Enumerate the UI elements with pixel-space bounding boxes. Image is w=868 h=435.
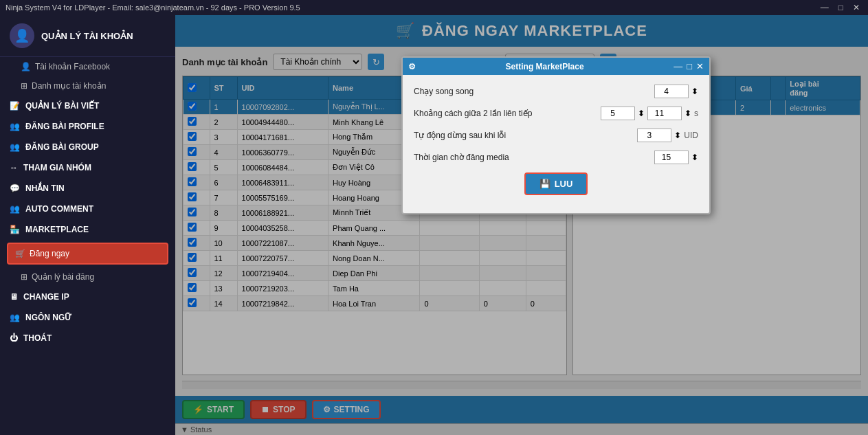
sidebar-item-label: THOÁT [23,333,52,343]
modal-row-media-wait: Thời gian chờ đăng media ⬍ [414,150,698,164]
modal-close-button[interactable]: ✕ [696,61,704,71]
auto-stop-value-input[interactable] [637,129,671,142]
message-icon: 💬 [10,183,20,193]
marketplace-icon: 🏪 [10,225,20,234]
close-button[interactable]: ✕ [850,3,863,12]
sidebar-item-label: MARKETPLACE [25,225,89,234]
sidebar-item-label: QUẢN LÝ BÀI VIẾT [25,101,99,111]
users-icon: 👥 [10,122,20,131]
interval-unit: s [694,109,698,118]
modal-row-parallel: Chạy song song ⬍ [414,85,698,98]
modal-title: Setting MarketPlace [506,62,584,71]
sidebar-item-join-group[interactable]: ↔ THAM GIA NHÓM [0,157,175,178]
media-wait-input-group: ⬍ [654,150,698,164]
auto-stop-input-group: ⬍ UID [637,129,698,142]
join-icon: ↔ [10,163,18,172]
sidebar-item-post-now[interactable]: 🛒 Đăng ngay [7,243,168,265]
auto-stop-unit: UID [684,131,698,140]
media-wait-arrows: ⬍ [691,153,698,162]
sidebar-logo[interactable]: 👤 QUẢN LÝ TÀI KHOẢN [0,15,175,57]
modal-minimize-button[interactable]: — [674,61,682,71]
sidebar-item-message[interactable]: 💬 NHẮN TIN [0,178,175,199]
account-icon: 👤 [10,23,34,48]
sidebar-item-label: ĐĂNG BÀI PROFILE [25,122,104,131]
main-content: 🛒 ĐĂNG NGAY MARKETPLACE Danh mục tài kho… [175,15,868,435]
grid2-icon: ⊞ [21,272,27,282]
sidebar-item-label: NGÔN NGỮ [25,313,71,322]
sidebar-item-label: AUTO COMMENT [25,204,93,214]
sidebar-item-label: CHANGE IP [23,292,69,302]
comment-icon: 👥 [10,204,20,214]
title-bar-text: Ninja System V4 for LDPlayer - Email: sa… [5,3,300,12]
sidebar-item-language[interactable]: 👥 NGÔN NGỮ [0,307,175,328]
auto-stop-label: Tự động dừng sau khi lỗi [414,131,632,140]
interval-input-group: ⬍ ⬍ s [601,107,698,120]
interval-value2-input[interactable] [647,107,682,120]
minimize-button[interactable]: — [818,3,832,12]
interval-label: Khoảng cách giữa 2 lần liên tiếp [414,109,595,118]
sidebar-item-marketplace[interactable]: 🏪 MARKETPLACE [0,219,175,240]
modal-overlay: ⚙ Setting MarketPlace — □ ✕ Chạy song so… [175,15,868,435]
modal-row-interval: Khoảng cách giữa 2 lần liên tiếp ⬍ ⬍ s [414,107,698,120]
sidebar-item-manage-posts-mk[interactable]: ⊞ Quản lý bài đăng [0,267,175,287]
modal-body: Chạy song song ⬍ Khoảng cách giữa 2 lần … [403,75,709,213]
app-container: 👤 QUẢN LÝ TÀI KHOẢN 👤 Tài khoản Facebook… [0,15,868,435]
power-icon: ⏻ [10,333,18,343]
sidebar-item-exit[interactable]: ⏻ THOÁT [0,328,175,348]
title-bar: Ninja System V4 for LDPlayer - Email: sa… [0,0,868,15]
maximize-button[interactable]: □ [836,3,846,12]
sidebar-item-post-profile[interactable]: 👥 ĐĂNG BÀI PROFILE [0,116,175,137]
language-icon: 👥 [10,313,20,322]
sidebar: 👤 QUẢN LÝ TÀI KHOẢN 👤 Tài khoản Facebook… [0,15,175,435]
sidebar-item-facebook-account[interactable]: 👤 Tài khoản Facebook [0,57,175,76]
modal-maximize-button[interactable]: □ [687,61,692,71]
interval-spinbox2-arrows: ⬍ [685,109,691,118]
parallel-spinbox-arrows: ⬍ [691,87,698,96]
setting-modal: ⚙ Setting MarketPlace — □ ✕ Chạy song so… [401,56,711,214]
sidebar-main-label: QUẢN LÝ TÀI KHOẢN [41,31,133,41]
save-label: LUU [555,179,573,189]
auto-stop-arrows: ⬍ [674,131,681,140]
modal-row-auto-stop: Tự động dừng sau khi lỗi ⬍ UID [414,129,698,142]
sidebar-item-label: Tài khoản Facebook [35,62,110,71]
interval-spinbox1-arrows: ⬍ [638,109,645,118]
media-wait-label: Thời gian chờ đăng media [414,153,649,162]
sidebar-item-manage-posts[interactable]: 📝 QUẢN LÝ BÀI VIẾT [0,96,175,116]
sidebar-item-auto-comment[interactable]: 👥 AUTO COMMENT [0,199,175,219]
parallel-input-group: ⬍ [654,85,698,98]
media-wait-value-input[interactable] [654,150,689,164]
sidebar-item-label: THAM GIA NHÓM [23,163,91,172]
parallel-label: Chạy song song [414,87,649,96]
sidebar-item-label: Danh mục tài khoản [32,81,106,91]
edit-icon: 📝 [10,101,20,111]
modal-footer: 💾 LUU [414,172,698,203]
modal-controls: — □ ✕ [674,61,704,71]
title-bar-controls: — □ ✕ [818,3,863,12]
person-icon: 👤 [21,62,31,71]
save-icon: 💾 [539,179,550,189]
grid-icon: ⊞ [21,81,27,91]
sidebar-item-label: Quản lý bài đăng [32,272,94,282]
cart-icon: 🛒 [15,249,25,258]
interval-value1-input[interactable] [601,107,635,120]
sidebar-item-change-ip[interactable]: 🖥 CHANGE IP [0,287,175,307]
modal-icon: ⚙ [408,62,416,71]
modal-titlebar: ⚙ Setting MarketPlace — □ ✕ [403,58,709,75]
sidebar-item-account-category[interactable]: ⊞ Danh mục tài khoản [0,76,175,96]
group-icon: 👥 [10,142,20,152]
sidebar-item-post-group[interactable]: 👥 ĐĂNG BÀI GROUP [0,137,175,157]
sidebar-item-label: ĐĂNG BÀI GROUP [25,142,99,152]
parallel-value-input[interactable] [654,85,689,98]
modal-save-button[interactable]: 💾 LUU [524,172,588,195]
computer-icon: 🖥 [10,292,18,302]
sidebar-item-label: Đăng ngay [30,249,69,258]
sidebar-item-label: NHẮN TIN [25,183,65,193]
